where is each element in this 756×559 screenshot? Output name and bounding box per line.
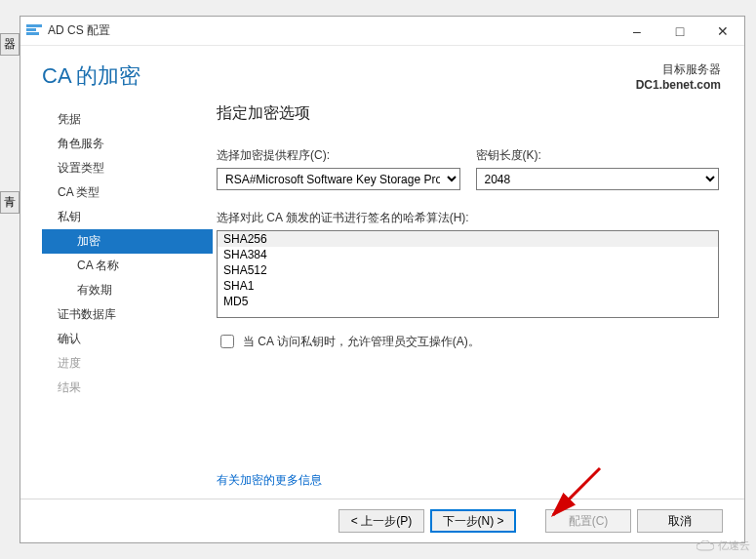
more-info-link[interactable]: 有关加密的更多信息 — [217, 472, 719, 489]
provider-col: 选择加密提供程序(C): RSA#Microsoft Software Key … — [217, 147, 460, 190]
provider-label: 选择加密提供程序(C): — [217, 147, 460, 164]
configure-button[interactable]: 配置(C) — [545, 509, 631, 533]
sidebar-item-1[interactable]: 角色服务 — [42, 132, 213, 156]
app-icon — [26, 24, 42, 38]
window-controls: – □ ✕ — [616, 17, 744, 46]
header-area: CA 的加密 目标服务器 DC1.benet.com — [20, 46, 744, 96]
titlebar[interactable]: AD CS 配置 – □ ✕ — [20, 17, 744, 46]
keylen-select[interactable]: 2048 — [476, 168, 720, 190]
hash-listbox[interactable]: SHA256SHA384SHA512SHA1MD5 — [217, 230, 719, 318]
sidebar-item-4[interactable]: 私钥 — [42, 205, 213, 229]
sidebar-item-5[interactable]: 加密 — [42, 229, 213, 254]
sidebar-item-10: 进度 — [42, 351, 213, 376]
left-edge-tab-1: 器 — [0, 33, 20, 56]
sidebar-item-9[interactable]: 确认 — [42, 327, 213, 351]
interact-checkbox[interactable] — [220, 335, 234, 348]
sidebar-item-11: 结果 — [42, 376, 213, 400]
sidebar-item-7[interactable]: 有效期 — [42, 278, 213, 302]
main-panel: 指定加密选项 选择加密提供程序(C): RSA#Microsoft Softwa… — [213, 100, 723, 499]
target-server-block: 目标服务器 DC1.benet.com — [636, 61, 721, 92]
next-button[interactable]: 下一步(N) > — [430, 509, 516, 533]
hash-item-sha512[interactable]: SHA512 — [218, 262, 718, 278]
hash-label: 选择对此 CA 颁发的证书进行签名的哈希算法(H): — [217, 210, 719, 226]
sidebar-item-6[interactable]: CA 名称 — [42, 254, 213, 278]
provider-keylen-row: 选择加密提供程序(C): RSA#Microsoft Software Key … — [217, 147, 719, 190]
content-area: 凭据角色服务设置类型CA 类型私钥加密CA 名称有效期证书数据库确认进度结果 指… — [20, 96, 744, 499]
sidebar-item-2[interactable]: 设置类型 — [42, 156, 213, 180]
footer-buttons: < 上一步(P) 下一步(N) > 配置(C) 取消 — [20, 499, 744, 542]
hash-item-sha1[interactable]: SHA1 — [218, 278, 718, 294]
keylen-col: 密钥长度(K): 2048 — [476, 147, 720, 190]
hash-item-sha384[interactable]: SHA384 — [218, 247, 718, 262]
keylen-label: 密钥长度(K): — [476, 147, 720, 164]
prev-button[interactable]: < 上一步(P) — [338, 509, 424, 533]
target-server-label: 目标服务器 — [636, 61, 721, 78]
window-title: AD CS 配置 — [48, 22, 616, 39]
left-edge-tab-2: 青 — [0, 191, 20, 214]
target-server-value: DC1.benet.com — [636, 78, 721, 92]
provider-select[interactable]: RSA#Microsoft Software Key Storage Provi… — [217, 168, 460, 190]
section-title: 指定加密选项 — [217, 103, 719, 124]
wizard-sidebar: 凭据角色服务设置类型CA 类型私钥加密CA 名称有效期证书数据库确认进度结果 — [42, 100, 213, 499]
sidebar-item-8[interactable]: 证书数据库 — [42, 302, 213, 327]
watermark: 亿速云 — [696, 539, 750, 553]
minimize-button[interactable]: – — [616, 17, 658, 46]
hash-item-sha256[interactable]: SHA256 — [218, 231, 718, 247]
page-title: CA 的加密 — [42, 61, 636, 91]
hash-item-md5[interactable]: MD5 — [218, 294, 718, 309]
svg-rect-1 — [26, 28, 36, 31]
maximize-button[interactable]: □ — [658, 17, 701, 46]
cancel-button[interactable]: 取消 — [637, 509, 723, 533]
svg-rect-2 — [26, 32, 39, 35]
wizard-window: AD CS 配置 – □ ✕ CA 的加密 目标服务器 DC1.benet.co… — [20, 16, 745, 543]
sidebar-item-3[interactable]: CA 类型 — [42, 180, 213, 205]
sidebar-item-0[interactable]: 凭据 — [42, 107, 213, 132]
interact-checkbox-label: 当 CA 访问私钥时，允许管理员交互操作(A)。 — [243, 334, 480, 350]
close-button[interactable]: ✕ — [701, 17, 744, 46]
interact-checkbox-row[interactable]: 当 CA 访问私钥时，允许管理员交互操作(A)。 — [217, 332, 719, 351]
svg-rect-0 — [26, 24, 42, 27]
